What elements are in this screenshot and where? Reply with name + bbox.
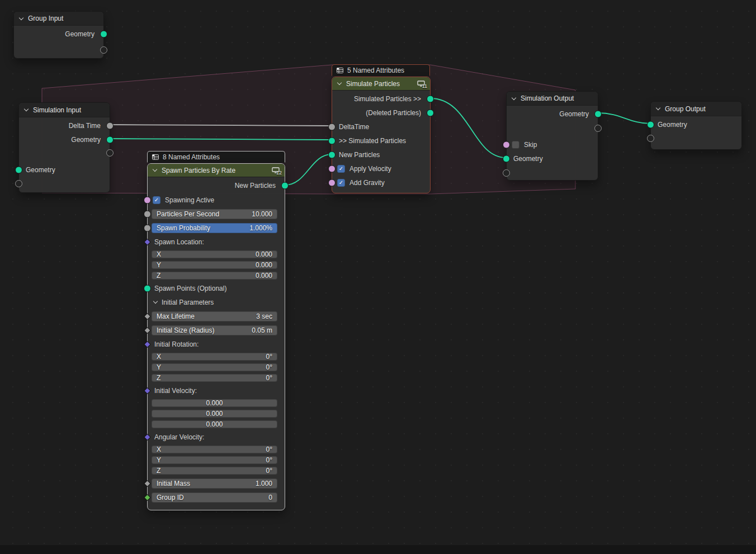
angular-velocity-y[interactable]: Y 0° <box>152 456 277 464</box>
node-title: Group Output <box>665 105 706 113</box>
virtual-socket[interactable] <box>647 135 654 142</box>
output-row-geometry: Geometry <box>507 107 598 121</box>
named-attributes-bar-simulate: 5 Named Attributes <box>332 64 430 76</box>
angular-velocity-z[interactable]: Z 0° <box>152 467 277 475</box>
chevron-down-icon[interactable] <box>337 81 342 86</box>
initial-velocity-z[interactable]: 0.000 <box>152 420 277 428</box>
named-attributes-label: 8 Named Attributes <box>163 153 220 161</box>
row-initial-parameters[interactable]: Initial Parameters <box>148 295 285 309</box>
node-simulate-particles[interactable]: Simulate Particles 11 Simulated Particle… <box>332 77 431 193</box>
slider-value: 3 sec <box>256 312 272 320</box>
checkbox-label: Add Gravity <box>349 179 385 187</box>
chevron-down-icon[interactable] <box>153 168 158 173</box>
vector-label: Initial Rotation: <box>154 340 199 348</box>
chevron-down-icon[interactable] <box>512 96 517 101</box>
user-count: 11 <box>422 83 427 89</box>
particles-per-second-slider[interactable]: Particles Per Second 10.000 <box>152 209 277 219</box>
socket-new-particles-output[interactable] <box>281 182 289 190</box>
input-row-geometry: Geometry <box>507 151 598 165</box>
check-icon: ✓ <box>154 197 159 203</box>
row-add-gravity: ✓ Add Gravity <box>332 176 430 190</box>
row-initial-rotation-label: Initial Rotation: <box>148 337 285 351</box>
spawn-location-x[interactable]: X 0.000 <box>152 250 277 258</box>
initial-velocity-y[interactable]: 0.000 <box>152 410 277 418</box>
node-group-output[interactable]: Group Output Geometry <box>650 101 742 150</box>
virtual-socket[interactable] <box>594 125 602 132</box>
initial-velocity-x[interactable]: 0.000 <box>152 399 277 407</box>
vector-label: Spawn Location: <box>154 238 204 246</box>
node-group-input[interactable]: Group Input Geometry <box>13 11 104 59</box>
checkbox-spawning-active[interactable]: ✓ <box>153 196 160 204</box>
socket-geometry-input[interactable] <box>503 155 510 162</box>
slider-value: 1.000% <box>249 224 272 232</box>
socket-deleted-particles-output[interactable] <box>427 109 434 116</box>
socket-delta-time-output[interactable] <box>106 122 114 129</box>
checkbox-skip[interactable] <box>512 141 519 149</box>
node-spawn-particles-by-rate[interactable]: Spawn Particles By Rate 12 New Particles… <box>147 163 285 510</box>
spawn-location-z[interactable]: Z 0.000 <box>152 272 277 280</box>
max-lifetime-slider[interactable]: Max Lifetime 3 sec <box>152 311 277 321</box>
node-header[interactable]: Group Input <box>14 12 103 26</box>
socket-geometry-input[interactable] <box>647 121 654 128</box>
panel-label: Initial Parameters <box>162 299 214 306</box>
spawn-location-y[interactable]: Y 0.000 <box>152 261 277 269</box>
chevron-down-icon[interactable] <box>656 106 661 111</box>
initial-rotation-x[interactable]: X 0° <box>152 353 277 361</box>
socket-delta-time-input[interactable] <box>328 123 336 130</box>
chevron-down-icon[interactable] <box>19 16 24 21</box>
node-header[interactable]: Group Output <box>651 102 741 116</box>
row-apply-velocity: ✓ Apply Velocity <box>332 162 430 176</box>
socket-new-particles-input[interactable] <box>328 151 336 158</box>
chevron-down-icon[interactable] <box>153 300 158 305</box>
socket-geometry-input[interactable] <box>15 166 22 173</box>
initial-rotation-y[interactable]: Y 0° <box>152 363 277 371</box>
chevron-down-icon[interactable] <box>24 107 29 112</box>
socket-spawn-points[interactable] <box>144 285 151 292</box>
checkbox-add-gravity[interactable]: ✓ <box>337 179 345 187</box>
checkbox-apply-velocity[interactable]: ✓ <box>337 165 345 173</box>
socket-particles-per-second[interactable] <box>144 210 151 217</box>
socket-simulated-particles-input[interactable] <box>328 137 336 144</box>
socket-simulated-particles-output[interactable] <box>427 95 434 102</box>
socket-add-gravity[interactable] <box>328 179 336 186</box>
slider-label: Group ID <box>157 494 184 501</box>
node-header[interactable]: Spawn Particles By Rate 12 <box>148 164 285 177</box>
virtual-socket[interactable] <box>106 149 114 157</box>
angular-velocity-vector: X 0° Y 0° Z 0° <box>148 444 285 476</box>
socket-spawn-probability[interactable] <box>144 224 151 231</box>
node-simulation-input[interactable]: Simulation Input Delta Time Geometry Geo… <box>18 102 110 193</box>
node-header[interactable]: Simulate Particles 11 <box>332 77 430 91</box>
slider-label: Particles Per Second <box>157 210 219 218</box>
socket-geometry-output[interactable] <box>594 110 602 117</box>
group-id-slider[interactable]: Group ID 0 <box>152 493 277 503</box>
axis-value: 0° <box>266 374 272 382</box>
input-row-simulated-particles: >> Simulated Particles <box>332 134 430 148</box>
row-particles-per-second: Particles Per Second 10.000 <box>148 207 285 221</box>
virtual-socket[interactable] <box>503 169 510 177</box>
virtual-socket[interactable] <box>15 180 22 187</box>
socket-label: Geometry <box>559 110 589 118</box>
initial-mass-slider[interactable]: Initial Mass 1.000 <box>152 479 277 489</box>
checkbox-label: Skip <box>524 141 537 149</box>
socket-geometry-output[interactable] <box>106 136 114 143</box>
angular-velocity-x[interactable]: X 0° <box>152 446 277 453</box>
row-spawn-probability: Spawn Probability 1.000% <box>148 221 285 235</box>
socket-geometry-output[interactable] <box>100 31 107 38</box>
spawn-probability-slider[interactable]: Spawn Probability 1.000% <box>152 223 277 233</box>
node-group-users-icon: 12 <box>272 167 280 173</box>
initial-size-slider[interactable]: Initial Size (Radius) 0.05 m <box>152 325 277 335</box>
socket-skip[interactable] <box>503 141 510 148</box>
virtual-socket[interactable] <box>100 46 107 54</box>
node-title: Group Input <box>28 15 63 22</box>
row-spawn-points: Spawn Points (Optional) <box>148 281 285 295</box>
checkbox-label: Apply Velocity <box>349 165 391 173</box>
initial-rotation-z[interactable]: Z 0° <box>152 374 277 382</box>
socket-apply-velocity[interactable] <box>328 165 336 172</box>
node-simulation-output[interactable]: Simulation Output Geometry Skip Geometry <box>506 91 598 181</box>
node-header[interactable]: Simulation Output <box>507 92 598 106</box>
node-header[interactable]: Simulation Input <box>19 103 110 117</box>
socket-spawning-active[interactable] <box>144 196 151 203</box>
axis-value: 0.000 <box>206 420 223 428</box>
axis-label: Y <box>157 456 161 464</box>
socket-label: Simulated Particles >> <box>354 95 421 103</box>
